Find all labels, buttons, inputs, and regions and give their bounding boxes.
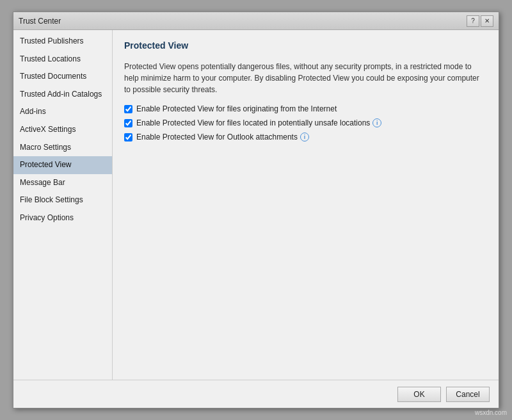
checkbox-outlook-row: Enable Protected View for Outlook attach… — [124, 133, 487, 141]
cancel-button[interactable]: Cancel — [446, 387, 490, 402]
sidebar-item-privacy-options[interactable]: Privacy Options — [13, 209, 112, 227]
close-button[interactable]: ✕ — [481, 15, 493, 27]
main-content: Protected View Protected View opens pote… — [113, 30, 499, 380]
info-icon-unsafe[interactable]: i — [372, 118, 381, 127]
title-bar: Trust Center ? ✕ — [13, 12, 499, 30]
checkbox-outlook[interactable] — [124, 133, 132, 141]
section-title: Protected View — [124, 40, 487, 53]
checkbox-internet-row: Enable Protected View for files originat… — [124, 104, 487, 113]
checkbox-unsafe-label: Enable Protected View for files located … — [136, 118, 370, 127]
section-description: Protected View opens potentially dangero… — [124, 61, 487, 95]
dialog-title: Trust Center — [19, 17, 61, 26]
sidebar-item-message-bar[interactable]: Message Bar — [13, 174, 112, 192]
help-button[interactable]: ? — [467, 15, 479, 27]
sidebar-item-trusted-publishers[interactable]: Trusted Publishers — [13, 33, 112, 51]
sidebar-item-trusted-documents[interactable]: Trusted Documents — [13, 68, 112, 86]
sidebar-item-add-ins[interactable]: Add-ins — [13, 103, 112, 121]
sidebar-item-activex-settings[interactable]: ActiveX Settings — [13, 121, 112, 139]
ok-button[interactable]: OK — [397, 387, 441, 402]
title-bar-buttons: ? ✕ — [467, 15, 493, 27]
checkbox-unsafe-row: Enable Protected View for files located … — [124, 118, 487, 127]
checkbox-internet-label: Enable Protected View for files originat… — [136, 104, 337, 113]
checkbox-internet[interactable] — [124, 105, 132, 113]
sidebar-item-trusted-addin-catalogs[interactable]: Trusted Add-in Catalogs — [13, 86, 112, 104]
sidebar: Trusted PublishersTrusted LocationsTrust… — [13, 30, 113, 380]
sidebar-item-macro-settings[interactable]: Macro Settings — [13, 139, 112, 157]
checkbox-unsafe-locations[interactable] — [124, 119, 132, 127]
sidebar-item-protected-view[interactable]: Protected View — [13, 156, 112, 174]
sidebar-item-trusted-locations[interactable]: Trusted Locations — [13, 51, 112, 69]
watermark: wsxdn.com — [475, 409, 507, 416]
sidebar-item-file-block-settings[interactable]: File Block Settings — [13, 191, 112, 209]
checkbox-outlook-label: Enable Protected View for Outlook attach… — [136, 133, 298, 141]
trust-center-dialog: Trust Center ? ✕ Trusted PublishersTrust… — [13, 12, 499, 408]
dialog-body: Trusted PublishersTrusted LocationsTrust… — [13, 30, 499, 380]
info-icon-outlook[interactable]: i — [300, 133, 309, 141]
dialog-footer: OK Cancel — [13, 380, 499, 408]
